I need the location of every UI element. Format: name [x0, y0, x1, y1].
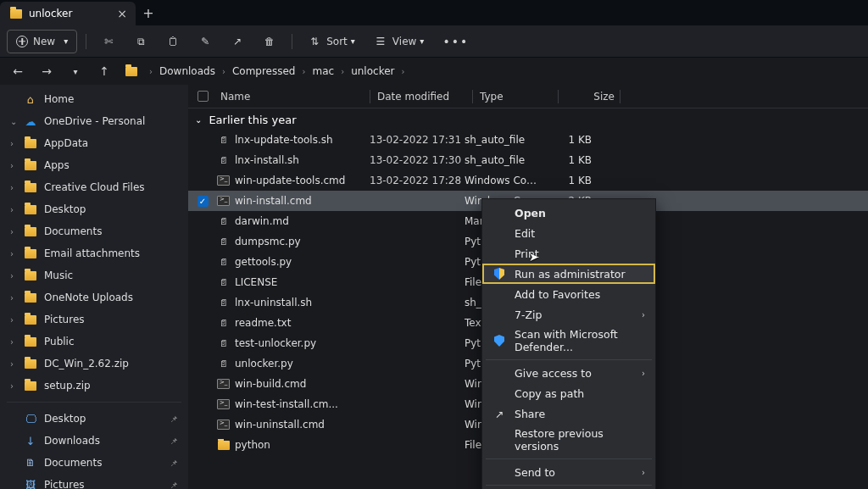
sidebar-item[interactable]: ›Music [0, 264, 188, 286]
up-button[interactable]: ↑ [97, 64, 112, 78]
file-row[interactable]: 📄︎lnx-install.sh13-02-2022 17:30sh_auto_… [188, 150, 868, 170]
chevron-right-icon: › [10, 205, 17, 214]
paste-button[interactable]: 📋︎ [159, 30, 186, 53]
chevron-right-icon: › [10, 227, 17, 236]
back-button[interactable]: ← [10, 64, 25, 78]
file-date: 13-02-2022 17:28 [370, 175, 465, 186]
group-header[interactable]: ⌄ Earlier this year [188, 108, 868, 130]
breadcrumb-item[interactable]: mac [313, 65, 335, 77]
sidebar-item-label: Documents [44, 457, 102, 469]
menu-item[interactable]: Send to› [482, 462, 655, 482]
file-name: win-uninstall.cmd [235, 419, 325, 431]
new-tab-button[interactable]: + [136, 0, 161, 25]
column-headers: Name Date modified Type Size [188, 85, 868, 108]
scissors-icon: ✄ [102, 35, 115, 48]
markdown-file-icon: 📄︎ [217, 215, 230, 228]
col-size[interactable]: Size [565, 91, 620, 103]
folder-icon [24, 225, 37, 238]
col-date[interactable]: Date modified [377, 91, 472, 103]
cut-button[interactable]: ✄ [95, 30, 122, 53]
sidebar-item[interactable]: 🗎Documents📌︎ [0, 452, 188, 474]
col-name[interactable]: Name [217, 91, 370, 103]
sidebar-item[interactable]: ›AppData [0, 132, 188, 154]
sidebar-item-label: Home [44, 93, 74, 105]
python-file-icon: 📄︎ [217, 256, 230, 269]
folder-icon [24, 136, 37, 150]
cmd-file-icon [217, 378, 230, 391]
file-name: unlocker.py [235, 358, 293, 370]
copy-button[interactable]: ⧉ [127, 30, 154, 53]
sidebar-item[interactable]: ⌄☁OneDrive - Personal [0, 110, 188, 132]
chevron-right-icon: › [10, 249, 17, 258]
more-button[interactable]: ••• [436, 30, 476, 53]
sidebar-item-label: Music [44, 270, 73, 281]
file-name: dumpsmc.py [235, 236, 301, 247]
breadcrumb[interactable]: › Downloads›Compressed›mac›unlocker› [125, 65, 404, 77]
sidebar-item[interactable]: 🖼︎Pictures📌︎ [0, 474, 188, 489]
pin-icon: 📌︎ [170, 436, 178, 446]
chevron-right-icon: › [642, 468, 645, 477]
pin-icon: 📌︎ [170, 458, 178, 468]
menu-item[interactable]: Print [482, 243, 655, 264]
view-button[interactable]: ☰ View ▾ [367, 30, 431, 53]
chevron-down-icon: ▾ [351, 36, 355, 46]
new-button[interactable]: New ▾ [7, 30, 77, 53]
sidebar-item[interactable]: ⌂Home [0, 88, 188, 110]
chevron-down-icon[interactable]: ▾ [68, 67, 83, 76]
sidebar-item[interactable]: ›Public [0, 331, 188, 353]
context-menu: OpenEditPrintRun as administratorAdd to … [481, 198, 656, 489]
sidebar-item[interactable]: ›Documents [0, 220, 188, 242]
menu-item[interactable]: Scan with Microsoft Defender... [482, 325, 655, 357]
menu-item[interactable]: Copy as path [482, 383, 655, 403]
close-tab-icon[interactable]: × [117, 7, 127, 20]
menu-item[interactable]: ↗Share [482, 403, 655, 424]
active-tab[interactable]: unlocker × [0, 2, 136, 25]
file-name: readme.txt [235, 317, 291, 329]
folder-icon [217, 439, 230, 452]
sidebar-item[interactable]: ›Pictures [0, 308, 188, 331]
sidebar-item[interactable]: ›Creative Cloud Files [0, 176, 188, 198]
sort-button[interactable]: ⇅ Sort ▾ [301, 30, 362, 53]
sidebar-item[interactable]: ›OneNote Uploads [0, 286, 188, 308]
menu-item[interactable]: Add to Favorites [482, 284, 655, 304]
chevron-down-icon: ⌄ [195, 115, 202, 125]
file-row[interactable]: win-update-tools.cmd13-02-2022 17:28Wind… [188, 170, 868, 191]
sidebar-item[interactable]: ›setup.zip [0, 375, 188, 397]
col-type[interactable]: Type [480, 91, 558, 103]
forward-button[interactable]: → [39, 64, 54, 78]
file-row[interactable]: 📄︎lnx-update-tools.sh13-02-2022 17:31sh_… [188, 130, 868, 150]
sort-label: Sort [326, 36, 348, 47]
row-checkbox[interactable]: ✓ [198, 196, 209, 207]
sidebar-item[interactable]: 🖵Desktop📌︎ [0, 408, 188, 430]
sidebar-item-label: OneNote Uploads [44, 292, 133, 303]
breadcrumb-item[interactable]: Compressed [232, 65, 296, 77]
menu-item[interactable]: 7-Zip› [482, 304, 655, 325]
sidebar-item[interactable]: ›Desktop [0, 198, 188, 220]
file-type: sh_auto_file [465, 154, 542, 166]
chevron-right-icon: › [341, 67, 344, 76]
rename-button[interactable]: ✎ [192, 30, 219, 53]
sidebar-item[interactable]: ›Apps [0, 154, 188, 176]
download-icon: ↓ [24, 434, 37, 447]
trash-icon: 🗑︎ [263, 35, 276, 48]
shell-file-icon: 📄︎ [217, 154, 230, 167]
menu-item[interactable]: Open [482, 203, 655, 223]
menu-item[interactable]: Give access to› [482, 363, 655, 383]
share-button[interactable]: ↗ [224, 30, 251, 53]
sidebar-item[interactable]: ↓Downloads📌︎ [0, 430, 188, 452]
menu-item[interactable]: Restore previous versions [482, 424, 655, 456]
select-all-checkbox[interactable] [198, 91, 209, 102]
menu-item[interactable]: Edit [482, 223, 655, 243]
sidebar-item-label: Apps [44, 159, 70, 171]
menu-item[interactable]: Run as administrator [482, 264, 655, 284]
sidebar-item[interactable]: ›DC_Win_2.62.zip [0, 353, 188, 375]
folder-icon [24, 247, 37, 260]
breadcrumb-item[interactable]: unlocker [351, 65, 394, 77]
breadcrumb-item[interactable]: Downloads [159, 65, 215, 77]
sidebar-item[interactable]: ›Email attachments [0, 242, 188, 264]
file-name: test-unlocker.py [235, 337, 316, 349]
python-file-icon: 📄︎ [217, 358, 230, 370]
sidebar-item-label: DC_Win_2.62.zip [44, 358, 129, 370]
delete-button[interactable]: 🗑︎ [256, 30, 283, 53]
file-name: win-test-install.cm... [235, 398, 338, 410]
